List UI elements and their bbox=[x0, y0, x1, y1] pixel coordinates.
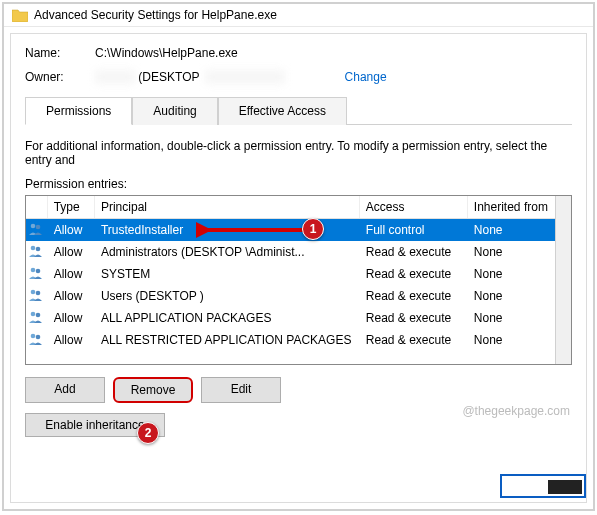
owner-label: Owner: bbox=[25, 70, 95, 84]
owner-partial: (DESKTOP bbox=[138, 70, 199, 84]
cell-type: Allow bbox=[48, 329, 95, 351]
cell-principal: SYSTEM bbox=[95, 263, 360, 285]
entries-label: Permission entries: bbox=[25, 177, 572, 191]
svg-point-3 bbox=[36, 246, 41, 251]
cell-type: Allow bbox=[48, 219, 95, 241]
svg-point-5 bbox=[36, 268, 41, 273]
table-row[interactable]: AllowUsers (DESKTOP )Read & executeNone bbox=[26, 285, 571, 307]
watermark: @thegeekpage.com bbox=[462, 404, 570, 418]
group-icon bbox=[26, 308, 48, 329]
svg-point-9 bbox=[36, 312, 41, 317]
name-row: Name: C:\Windows\HelpPane.exe bbox=[25, 46, 572, 60]
svg-point-4 bbox=[31, 267, 36, 272]
window-title: Advanced Security Settings for HelpPane.… bbox=[34, 8, 277, 22]
table-header: Type Principal Access Inherited from bbox=[26, 196, 571, 219]
remove-button[interactable]: Remove bbox=[113, 377, 193, 403]
col-type-header[interactable]: Type bbox=[48, 196, 95, 218]
permissions-table: Type Principal Access Inherited from All… bbox=[25, 195, 572, 365]
redacted-text bbox=[205, 70, 285, 84]
name-label: Name: bbox=[25, 46, 95, 60]
cell-access: Read & execute bbox=[360, 241, 468, 263]
cell-access: Read & execute bbox=[360, 307, 468, 329]
button-row: Add Remove Edit bbox=[25, 377, 572, 403]
content-pane: Name: C:\Windows\HelpPane.exe Owner: (DE… bbox=[10, 33, 587, 503]
group-icon bbox=[26, 286, 48, 307]
cell-type: Allow bbox=[48, 241, 95, 263]
table-row[interactable]: AllowSYSTEMRead & executeNone bbox=[26, 263, 571, 285]
svg-point-1 bbox=[36, 224, 41, 229]
cell-principal: ALL APPLICATION PACKAGES bbox=[95, 307, 360, 329]
add-button[interactable]: Add bbox=[25, 377, 105, 403]
svg-point-10 bbox=[31, 333, 36, 338]
tab-auditing[interactable]: Auditing bbox=[132, 97, 217, 125]
annotation-badge-2: 2 bbox=[137, 422, 159, 444]
folder-icon bbox=[12, 8, 28, 22]
group-icon bbox=[26, 242, 48, 263]
svg-point-8 bbox=[31, 311, 36, 316]
tab-effective-access[interactable]: Effective Access bbox=[218, 97, 347, 125]
change-owner-link[interactable]: Change bbox=[345, 70, 387, 84]
tab-strip: Permissions Auditing Effective Access bbox=[25, 96, 572, 125]
cell-access: Read & execute bbox=[360, 329, 468, 351]
cell-type: Allow bbox=[48, 263, 95, 285]
name-value: C:\Windows\HelpPane.exe bbox=[95, 46, 238, 60]
col-principal-header[interactable]: Principal bbox=[95, 196, 360, 218]
group-icon bbox=[26, 330, 48, 351]
scrollbar[interactable] bbox=[555, 196, 571, 364]
cell-principal: ALL RESTRICTED APPLICATION PACKAGES bbox=[95, 329, 360, 351]
edit-button[interactable]: Edit bbox=[201, 377, 281, 403]
svg-point-2 bbox=[31, 245, 36, 250]
cell-type: Allow bbox=[48, 307, 95, 329]
cell-access: Read & execute bbox=[360, 285, 468, 307]
tab-permissions[interactable]: Permissions bbox=[25, 97, 132, 125]
info-text: For additional information, double-click… bbox=[25, 139, 572, 167]
col-icon-header[interactable] bbox=[26, 196, 48, 218]
annotation-arrow bbox=[196, 218, 316, 242]
svg-point-7 bbox=[36, 290, 41, 295]
svg-point-11 bbox=[36, 334, 41, 339]
owner-value: (DESKTOP bbox=[95, 70, 285, 84]
annotation-badge-1: 1 bbox=[302, 218, 324, 240]
cell-type: Allow bbox=[48, 285, 95, 307]
svg-point-6 bbox=[31, 289, 36, 294]
col-access-header[interactable]: Access bbox=[360, 196, 468, 218]
table-row[interactable]: AllowALL RESTRICTED APPLICATION PACKAGES… bbox=[26, 329, 571, 351]
owner-row: Owner: (DESKTOP Change bbox=[25, 70, 572, 84]
cell-access: Full control bbox=[360, 219, 468, 241]
redacted-text bbox=[95, 70, 135, 84]
cell-principal: Users (DESKTOP ) bbox=[95, 285, 360, 307]
cropped-dark-chunk bbox=[548, 480, 582, 494]
svg-point-0 bbox=[31, 223, 36, 228]
table-row[interactable]: AllowALL APPLICATION PACKAGESRead & exec… bbox=[26, 307, 571, 329]
group-icon bbox=[26, 220, 48, 241]
cell-access: Read & execute bbox=[360, 263, 468, 285]
titlebar: Advanced Security Settings for HelpPane.… bbox=[4, 4, 593, 27]
cell-principal: Administrators (DESKTOP \Administ... bbox=[95, 241, 360, 263]
security-settings-window: Advanced Security Settings for HelpPane.… bbox=[2, 2, 595, 511]
group-icon bbox=[26, 264, 48, 285]
table-row[interactable]: AllowAdministrators (DESKTOP \Administ..… bbox=[26, 241, 571, 263]
